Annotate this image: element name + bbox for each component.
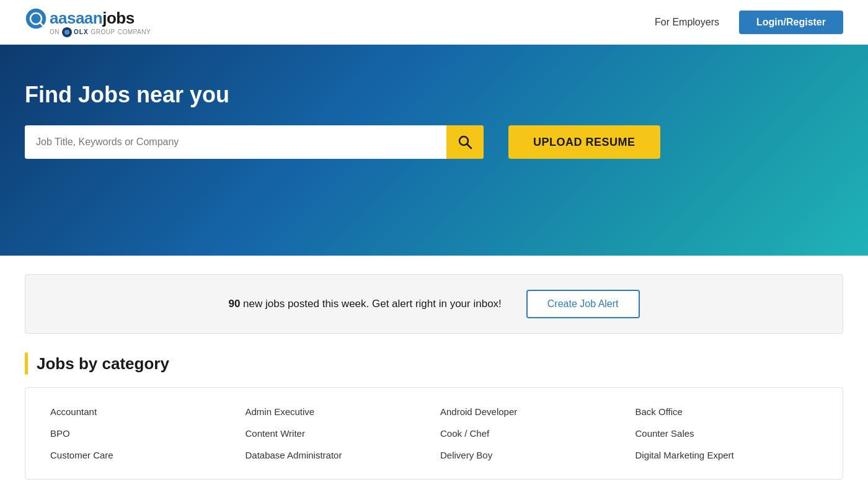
logo-sub: on OLX GROUP COMPANY (50, 27, 151, 37)
category-link[interactable]: Delivery Boy (440, 450, 623, 460)
category-section-title: Jobs by category (37, 354, 169, 373)
upload-resume-button[interactable]: UPLOAD RESUME (508, 125, 660, 159)
category-link[interactable]: Accountant (50, 406, 233, 417)
category-link[interactable]: Customer Care (50, 450, 233, 460)
category-link[interactable]: Digital Marketing Expert (636, 450, 818, 460)
alert-message: new jobs posted this week. Get alert rig… (243, 298, 502, 310)
header-right: For Employers Login/Register (655, 11, 843, 34)
alert-text: 90 new jobs posted this week. Get alert … (228, 298, 501, 310)
olx-badge-icon (62, 27, 72, 37)
category-link[interactable]: Cook / Chef (440, 428, 623, 439)
logo-icon (25, 7, 47, 30)
alert-banner: 90 new jobs posted this week. Get alert … (25, 274, 843, 334)
hero-title: Find Jobs near you (25, 82, 843, 108)
category-link[interactable]: BPO (50, 428, 233, 439)
svg-point-4 (64, 30, 69, 35)
hero-section: Find Jobs near you UPLOAD RESUME (0, 45, 868, 256)
logo-text: aasaanjobs (50, 9, 135, 28)
category-section: Jobs by category AccountantAdmin Executi… (25, 352, 843, 480)
search-button[interactable] (446, 125, 484, 159)
search-input[interactable] (25, 125, 446, 159)
search-icon (458, 135, 472, 150)
category-accent-bar (25, 352, 28, 375)
search-row: UPLOAD RESUME (25, 125, 843, 159)
for-employers-link[interactable]: For Employers (655, 17, 719, 28)
category-title-row: Jobs by category (25, 352, 843, 375)
login-register-button[interactable]: Login/Register (739, 11, 843, 34)
category-link[interactable]: Database Administrator (246, 450, 428, 460)
category-link[interactable]: Admin Executive (246, 406, 428, 417)
category-link[interactable]: Android Developer (440, 406, 623, 417)
jobs-count: 90 (228, 298, 240, 310)
logo-main: aasaanjobs (25, 7, 135, 30)
category-grid: AccountantAdmin ExecutiveAndroid Develop… (50, 406, 818, 460)
svg-line-6 (467, 145, 472, 149)
create-alert-button[interactable]: Create Job Alert (526, 290, 640, 318)
category-link[interactable]: Counter Sales (636, 428, 818, 439)
logo-area: aasaanjobs on OLX GROUP COMPANY (25, 7, 151, 37)
olx-badge: OLX (62, 27, 89, 37)
category-grid-box: AccountantAdmin ExecutiveAndroid Develop… (25, 387, 843, 480)
category-link[interactable]: Content Writer (246, 428, 428, 439)
category-link[interactable]: Back Office (636, 406, 818, 417)
search-box (25, 125, 484, 159)
header: aasaanjobs on OLX GROUP COMPANY For Empl… (0, 0, 868, 45)
